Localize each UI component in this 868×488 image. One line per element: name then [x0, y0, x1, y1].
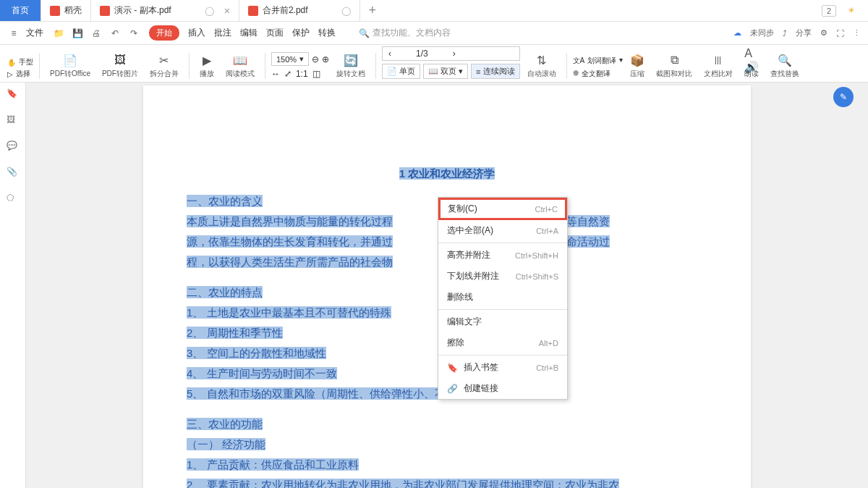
actual-size-icon[interactable]: 1:1: [296, 69, 308, 79]
zoom-level[interactable]: 150%▾: [271, 52, 309, 66]
tab-item-0[interactable]: 稻壳: [41, 0, 91, 21]
rotate-doc[interactable]: 🔄旋转文档: [332, 53, 370, 79]
undo-icon[interactable]: ↶: [109, 27, 122, 40]
more-icon[interactable]: ⋮: [853, 28, 861, 38]
tab-home[interactable]: 首页: [0, 0, 41, 21]
next-page-icon[interactable]: ›: [453, 49, 456, 59]
pdf-to-office[interactable]: 📄PDF转Office: [46, 53, 95, 79]
fit-icon[interactable]: ◫: [312, 69, 320, 79]
save-icon[interactable]: 💾: [71, 27, 84, 40]
word-translate[interactable]: 文A 划词翻译▾: [573, 56, 624, 66]
select-tool[interactable]: ▷选择: [7, 69, 33, 79]
settings-icon[interactable]: ⚙: [820, 28, 827, 38]
tab-modified-icon: ◯: [205, 6, 214, 16]
unsync-label[interactable]: 未同步: [750, 28, 774, 38]
read-aloud[interactable]: A🔊朗读: [740, 53, 763, 79]
find-replace[interactable]: 🔍查找替换: [766, 53, 804, 79]
split-merge[interactable]: ✂拆分合并: [145, 53, 183, 79]
tab-label: 稻壳: [64, 4, 82, 17]
menu-page[interactable]: 页面: [266, 27, 284, 39]
single-page-button[interactable]: 📄单页: [382, 64, 420, 79]
share-icon[interactable]: ⤴: [783, 29, 787, 38]
tab-icon: [248, 6, 258, 16]
page-indicator: 1/3: [394, 49, 450, 59]
prev-page-icon[interactable]: ‹: [388, 49, 391, 59]
double-page-button[interactable]: 📖双页▾: [423, 64, 468, 79]
close-icon[interactable]: ×: [224, 5, 230, 17]
menu-convert[interactable]: 转换: [318, 27, 336, 39]
full-translate[interactable]: ⊕ 全文翻译: [573, 69, 624, 79]
continuous-button[interactable]: ≡连续阅读: [471, 64, 519, 79]
open-icon[interactable]: 📁: [52, 27, 65, 40]
tab-icon: [100, 6, 110, 16]
share-label[interactable]: 分享: [796, 28, 812, 38]
search-placeholder: 查找功能、文档内容: [373, 27, 451, 39]
read-mode[interactable]: 📖阅读模式: [221, 53, 259, 79]
pdf-to-image[interactable]: 🖼PDF转图片: [98, 53, 142, 79]
menu-edit[interactable]: 编辑: [240, 27, 258, 39]
hand-tool[interactable]: ✋手型: [7, 57, 33, 67]
play-button[interactable]: ▶播放: [195, 53, 218, 79]
auto-scroll[interactable]: ⇅自动滚动: [523, 53, 561, 79]
search-icon: 🔍: [359, 28, 370, 38]
file-menu[interactable]: 文件: [26, 27, 43, 39]
menu-icon[interactable]: ≡: [7, 27, 20, 40]
doc-compare[interactable]: ⫼文档比对: [699, 53, 737, 79]
zoom-out-icon[interactable]: ⊖: [312, 54, 319, 64]
search-box[interactable]: 🔍 查找功能、文档内容: [359, 27, 451, 39]
fit-width-icon[interactable]: ↔: [271, 69, 280, 79]
tab-modified-icon: ◯: [341, 6, 351, 16]
tab-icon: [50, 6, 60, 16]
tab-item-1[interactable]: 演示 - 副本.pdf ◯ ×: [91, 0, 239, 21]
page-navigator[interactable]: ‹ 1/3 ›: [382, 46, 519, 61]
badge-1[interactable]: 2: [822, 5, 836, 17]
compress-button[interactable]: 📦压缩: [626, 53, 649, 79]
start-menu[interactable]: 开始: [149, 25, 179, 41]
fit-page-icon[interactable]: ⤢: [284, 69, 292, 79]
tab-label: 演示 - 副本.pdf: [114, 4, 171, 17]
add-tab-button[interactable]: +: [360, 3, 386, 18]
menu-protect[interactable]: 保护: [292, 27, 310, 39]
tab-item-2[interactable]: 合并前2.pdf ◯: [239, 0, 360, 21]
expand-icon[interactable]: ⛶: [836, 29, 844, 38]
menu-comment[interactable]: 批注: [214, 27, 231, 39]
redo-icon[interactable]: ↷: [127, 27, 140, 40]
zoom-in-icon[interactable]: ⊕: [322, 54, 329, 64]
screenshot-compare[interactable]: ⧉截图和对比: [652, 53, 697, 79]
menu-insert[interactable]: 插入: [188, 27, 205, 39]
sync-icon[interactable]: ☁: [733, 28, 741, 38]
print-icon[interactable]: 🖨: [90, 27, 103, 40]
tab-label: 合并前2.pdf: [263, 4, 308, 17]
badge-2[interactable]: ☀: [843, 5, 859, 16]
